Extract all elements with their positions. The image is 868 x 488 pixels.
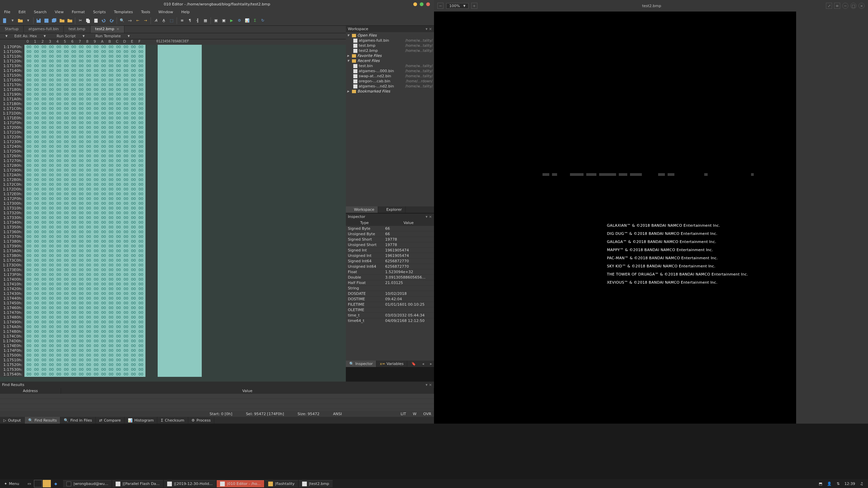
minimize-button[interactable] <box>413 2 417 6</box>
chart-icon[interactable]: 📊 <box>244 17 251 24</box>
taskbar-task[interactable]: |[Parallel Flash Da... <box>112 480 163 487</box>
file-item[interactable]: swap-at...nd2.bin/home/w...tality/ <box>347 74 433 79</box>
menu-view[interactable]: View <box>51 9 68 16</box>
start-menu-button[interactable]: ✦ Menu <box>0 482 23 486</box>
tabs-left-icon[interactable]: ◂ <box>420 361 426 367</box>
ruler-icon[interactable]: ╢ <box>194 17 201 24</box>
viewer-restore-icon[interactable]: ⤢ <box>826 3 832 9</box>
inspector-row[interactable]: DOSTIME09:42:04 <box>346 297 434 302</box>
status-encoding[interactable]: ANSI <box>333 412 342 416</box>
open-folder-icon[interactable] <box>17 17 24 24</box>
panel-close-icon[interactable]: × <box>429 383 432 387</box>
nav-back-icon[interactable]: ← <box>134 17 141 24</box>
out-tab-compare[interactable]: ⇄Compare <box>96 417 124 424</box>
save-as-icon[interactable] <box>43 17 50 24</box>
recent-files-node[interactable]: ▼Recent Files <box>347 58 433 63</box>
file-tab[interactable]: test.bmp <box>64 26 90 33</box>
open-files-node[interactable]: ▼Open Files <box>347 33 433 38</box>
panel-close-icon[interactable]: × <box>429 215 432 219</box>
viewer-close-icon[interactable]: × <box>859 3 865 9</box>
inspector-row[interactable]: OLETIME <box>346 307 434 313</box>
inspector-row[interactable]: Float1.523094e+32 <box>346 269 434 275</box>
save-all-icon[interactable] <box>51 17 58 24</box>
edit-as-selector[interactable]: ▼Edit As: Hex▼ <box>0 33 51 39</box>
inspector-row[interactable]: Signed Short19778 <box>346 237 434 242</box>
viewer-menu-icon[interactable]: ≡ <box>834 3 840 9</box>
file-item[interactable]: oregon-...cab.bin/home/...rdown/ <box>347 79 433 84</box>
file-item[interactable]: test2.bmp/home/w...tality/ <box>347 48 433 53</box>
inspector-row[interactable]: Double3.09130588605656... <box>346 275 434 280</box>
terminal-icon[interactable] <box>34 480 42 487</box>
inspector-tab[interactable]: 🔍Inspector <box>346 361 376 367</box>
file-item[interactable]: atgames-...nd2.bin/home/w...tality/ <box>347 84 433 89</box>
file-tab[interactable]: test2.bmp× <box>91 26 125 33</box>
file-item[interactable]: atgames-full.bin/home/w...tality/ <box>347 38 433 43</box>
cut-icon[interactable]: ✂ <box>77 17 84 24</box>
recent-folder-icon[interactable] <box>59 17 65 24</box>
inspector-row[interactable]: DOSDATE10/02/2018 <box>346 291 434 297</box>
explorer-tab[interactable]: Explorer <box>378 206 406 213</box>
taskbar-task[interactable]: |test2.bmp <box>299 480 333 487</box>
menu-format[interactable]: Format <box>68 9 89 16</box>
inspector-row[interactable]: FILETIME01/01/1601 00:10:25 <box>346 302 434 307</box>
close-button[interactable] <box>426 2 430 6</box>
menu-scripts[interactable]: Scripts <box>89 9 110 16</box>
nav-fwd-icon[interactable]: → <box>142 17 149 24</box>
tray-audio-icon[interactable]: ♫ <box>860 482 863 486</box>
tray-clock[interactable]: 12:39 <box>844 482 855 486</box>
out-tab-find-in-files[interactable]: 🔍Find in Files <box>60 417 96 424</box>
tray-network-icon[interactable]: ⇅ <box>836 482 840 486</box>
bookmark-tab-icon[interactable]: 🔖 <box>409 361 418 367</box>
replace-icon[interactable] <box>126 17 133 24</box>
inspector-row[interactable]: time64_t04/09/2168 12:12:50 <box>346 318 434 324</box>
taskbar-task[interactable]: |flashtality <box>265 480 298 487</box>
hex-body[interactable]: 1:170F0h:0000000000000000000000000000000… <box>0 45 346 377</box>
files-icon[interactable] <box>43 480 51 487</box>
open-dropdown-icon[interactable]: ▼ <box>25 17 32 24</box>
new-dropdown-icon[interactable]: ▼ <box>9 17 16 24</box>
show-desktop-icon[interactable]: ▭ <box>25 480 33 487</box>
menu-search[interactable]: Search <box>30 9 51 16</box>
menu-templates[interactable]: Templates <box>110 9 137 16</box>
viewer-min-icon[interactable]: − <box>842 3 848 9</box>
inspector-row[interactable]: time_t03/03/2032 05:44:34 <box>346 313 434 318</box>
panel-close-icon[interactable]: × <box>429 27 432 31</box>
hex-editor[interactable]: 0123456789ABCDEF 0123456789ABCDEF 1:170F… <box>0 39 346 382</box>
inspector-row[interactable]: Signed Int1961905474 <box>346 248 434 253</box>
menu-tools[interactable]: Tools <box>137 9 154 16</box>
paste-icon[interactable] <box>93 17 99 24</box>
checksum-icon[interactable]: Σ <box>252 17 258 24</box>
inspector-row[interactable]: Signed Int646256872770 <box>346 259 434 264</box>
project-folder-icon[interactable] <box>66 17 73 24</box>
refresh-icon[interactable]: ↻ <box>259 17 266 24</box>
viewer-max-icon[interactable]: □ <box>850 3 856 9</box>
align-left-icon[interactable]: ≡ <box>179 17 185 24</box>
run-icon[interactable]: ▶ <box>228 17 235 24</box>
zoom-in-button[interactable]: + <box>471 3 477 9</box>
font-icon[interactable]: A <box>153 17 159 24</box>
taskbar-task[interactable]: |wrongbaud@wu... <box>63 480 112 487</box>
file-item[interactable]: test.bmp/home/w...tality/ <box>347 43 433 48</box>
variables-tab[interactable]: x=Variables <box>376 361 407 367</box>
inspector-row[interactable]: Signed Byte66 <box>346 226 434 231</box>
pilcrow-icon[interactable]: ¶ <box>186 17 193 24</box>
copy-icon[interactable] <box>85 17 92 24</box>
panel-menu-icon[interactable]: ▾ <box>426 383 428 387</box>
out-tab-histogram[interactable]: 📊Histogram <box>124 417 157 424</box>
file-item[interactable]: atgames-...000.bin/home/w...tality/ <box>347 68 433 74</box>
status-mode-ovr[interactable]: OVR <box>423 412 431 416</box>
file-tab[interactable]: Startup <box>0 26 24 33</box>
redo-icon[interactable] <box>108 17 115 24</box>
menu-edit[interactable]: Edit <box>14 9 29 16</box>
wrap-icon[interactable]: ▦ <box>202 17 209 24</box>
status-mode-w[interactable]: W <box>413 412 416 416</box>
status-endian[interactable]: LIT <box>400 412 406 416</box>
out-tab-process[interactable]: ⚙Process <box>188 417 215 424</box>
inspector-row[interactable]: Unsigned Short19778 <box>346 242 434 248</box>
browser-icon[interactable]: ◆ <box>52 480 60 487</box>
template1-icon[interactable]: ▣ <box>213 17 219 24</box>
menu-file[interactable]: File <box>0 9 14 16</box>
zoom-out-button[interactable]: − <box>437 3 443 9</box>
taskbar-task[interactable]: |010 Editor - /ho... <box>217 480 264 487</box>
tray-update-icon[interactable]: ⬒ <box>819 482 822 486</box>
